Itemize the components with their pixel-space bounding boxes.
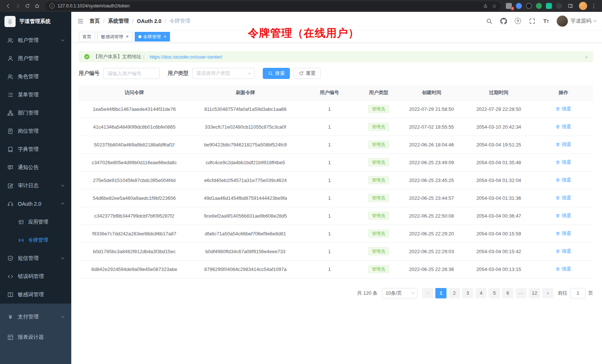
close-icon[interactable]: × (164, 34, 167, 39)
sidebar-item-tenant[interactable]: 租户管理 (0, 31, 71, 49)
extension-icon-1[interactable]: 6 (506, 3, 512, 9)
extension-icon-3[interactable] (526, 3, 532, 9)
force-logout-button[interactable]: 强退 (556, 195, 571, 201)
tab-home[interactable]: 首页 (79, 32, 95, 42)
force-logout-button[interactable]: 强退 (556, 266, 571, 272)
cell-access-token: 275e5de9151045fe87cbdc395e004f4d (79, 171, 190, 189)
extension-icon-4[interactable] (536, 3, 542, 9)
user-type-badge: 管理员 (368, 140, 389, 149)
force-logout-button[interactable]: 强退 (556, 123, 571, 130)
cell-refresh-token: 49d1aa46d1454fbd87591444423be9fa (190, 189, 301, 207)
extension-icon-2[interactable] (516, 3, 522, 9)
page-button-6[interactable]: 6 (502, 288, 513, 298)
browser-side-panel-icon[interactable] (566, 1, 575, 10)
sidebar-item-audit-log[interactable]: 审计日志 (0, 176, 71, 195)
next-page-button[interactable]: › (542, 288, 553, 298)
search-button[interactable]: 搜索 (263, 68, 290, 79)
close-icon[interactable]: × (126, 34, 129, 39)
sidebar-menu: 租户管理 用户管理 角色管理 菜单管理 部门管理 岗位管理 字典管理 通知公告 … (0, 31, 71, 304)
alert-doc-link[interactable]: https://doc.iocoder.cn/user-center/ (150, 54, 222, 60)
goto-page-input[interactable] (570, 288, 586, 298)
github-icon[interactable] (500, 18, 507, 24)
browser-forward-icon[interactable] (13, 1, 22, 10)
sidebar-item-menu[interactable]: 菜单管理 (0, 86, 71, 104)
cell-user-id: 1 (301, 153, 358, 171)
page-button-2[interactable]: 2 (449, 288, 460, 298)
sidebar-item-dict[interactable]: 字典管理 (0, 140, 71, 158)
force-logout-button[interactable]: 强退 (556, 177, 571, 183)
browser-menu-icon[interactable]: ⋮ (589, 1, 598, 10)
cell-access-token: 6d842e2924594de9a09e45e087323abe (79, 260, 190, 278)
force-logout-button[interactable]: 强退 (556, 212, 571, 219)
close-icon[interactable]: × (585, 54, 588, 60)
sidebar-item-pay[interactable]: ¥支付管理 (0, 307, 71, 327)
pagination: 共 120 条 10条/页 ‹ 1 2 3 4 5 6 ··· 12 (79, 288, 593, 298)
reset-button[interactable]: 重置 (294, 68, 321, 79)
sidebar-item-label: 令牌管理 (28, 237, 64, 244)
sidebar-item-user[interactable]: 用户管理 (0, 49, 71, 67)
page-button-12[interactable]: 12 (529, 288, 540, 298)
search-icon[interactable] (486, 18, 493, 24)
extension-icon-5[interactable] (546, 3, 552, 9)
page-button-3[interactable]: 3 (462, 288, 473, 298)
cell-access-token: b0d1785bc3a8482f812db4a3f3bd15ec (79, 242, 190, 260)
force-logout-button[interactable]: 强退 (556, 230, 571, 237)
sidebar-item-sms[interactable]: 短信管理 (0, 249, 71, 267)
user-id-filter-input[interactable] (103, 68, 160, 79)
force-logout-button[interactable]: 强退 (556, 159, 571, 166)
share-icon[interactable] (482, 3, 489, 9)
site-info-icon[interactable]: i (49, 3, 55, 9)
browser-profile-avatar[interactable] (579, 2, 587, 10)
url-text[interactable]: 127.0.0.1:1024/system/oauth2/token (58, 3, 479, 9)
cell-refresh-token: be90422b8c7946218275a508bf524fc9 (190, 136, 301, 153)
prev-page-button[interactable]: ‹ (422, 288, 433, 298)
cell-created-time: 2022-07-29 21:58:50 (399, 100, 464, 118)
browser-home-icon[interactable] (33, 1, 42, 10)
sidebar-toggle-icon[interactable] (77, 18, 84, 24)
fullscreen-icon[interactable] (529, 18, 536, 24)
column-header: 用户类型 (358, 85, 399, 100)
user-menu[interactable]: 芋道源码 (557, 16, 596, 27)
more-pages-button[interactable]: ··· (516, 288, 527, 298)
help-icon[interactable]: ? (515, 18, 521, 24)
sidebar-item-oauth2-client[interactable]: 应用管理 (0, 213, 71, 231)
force-logout-label: 强退 (562, 195, 571, 201)
breadcrumb-item[interactable]: OAuth 2.0 (137, 18, 161, 24)
browser-reload-icon[interactable] (23, 1, 32, 10)
filter-bar: 用户编号 用户类型 请选择用户类型 搜索 重置 (79, 68, 593, 79)
sidebar-item-notice[interactable]: 通知公告 (0, 158, 71, 176)
sidebar-item-label: 通知公告 (18, 164, 64, 171)
sidebar-item-dept[interactable]: 部门管理 (0, 104, 71, 122)
chevron-down-icon (248, 71, 251, 74)
breadcrumb-item[interactable]: 系统管理 (108, 18, 129, 24)
tab-sensitive-word[interactable]: 敏感词管理× (97, 32, 132, 42)
sidebar-item-report-designer[interactable]: 报表设计器 (0, 327, 71, 347)
sidebar-item-label: OAuth 2.0 (18, 201, 57, 207)
username: 芋道源码 (570, 18, 591, 24)
sidebar-item-error-code[interactable]: 错误码管理 (0, 267, 71, 285)
user-id-filter: 用户编号 (79, 68, 160, 79)
force-logout-button[interactable]: 强退 (556, 248, 571, 255)
tab-token[interactable]: 令牌管理× (135, 32, 170, 42)
user-type-filter-select[interactable]: 请选择用户类型 (192, 68, 255, 79)
page-size-select[interactable]: 10条/页 (382, 288, 418, 298)
sidebar-item-oauth2-token[interactable]: 令牌管理 (0, 231, 71, 249)
app-logo-row[interactable]: 芋道管理系统 (0, 12, 71, 31)
font-size-icon[interactable]: TT (543, 18, 549, 24)
sidebar-item-oauth2[interactable]: OAuth 2.0 (0, 195, 71, 213)
sidebar-item-sensitive-word[interactable]: 敏感词管理 (0, 285, 71, 304)
sidebar-item-post[interactable]: 岗位管理 (0, 122, 71, 140)
force-logout-button[interactable]: 强退 (556, 106, 571, 112)
page-button-1[interactable]: 1 (435, 288, 446, 298)
breadcrumb-item[interactable]: 首页 (89, 18, 100, 24)
force-logout-button[interactable]: 强退 (556, 141, 571, 148)
browser-back-icon[interactable] (4, 1, 13, 10)
bookmark-star-icon[interactable]: ☆ (492, 3, 497, 9)
page-button-4[interactable]: 4 (475, 288, 487, 298)
user-avatar[interactable] (557, 16, 568, 27)
extension-icon-6[interactable] (556, 3, 562, 9)
browser-address-bar[interactable]: i 127.0.0.1:1024/system/oauth2/token ☆ (45, 1, 501, 10)
page-button-5[interactable]: 5 (489, 288, 500, 298)
sidebar-item-role[interactable]: 角色管理 (0, 67, 71, 86)
cell-access-token: c347026e805e4d99b0d116eae66eda8c (79, 153, 190, 171)
